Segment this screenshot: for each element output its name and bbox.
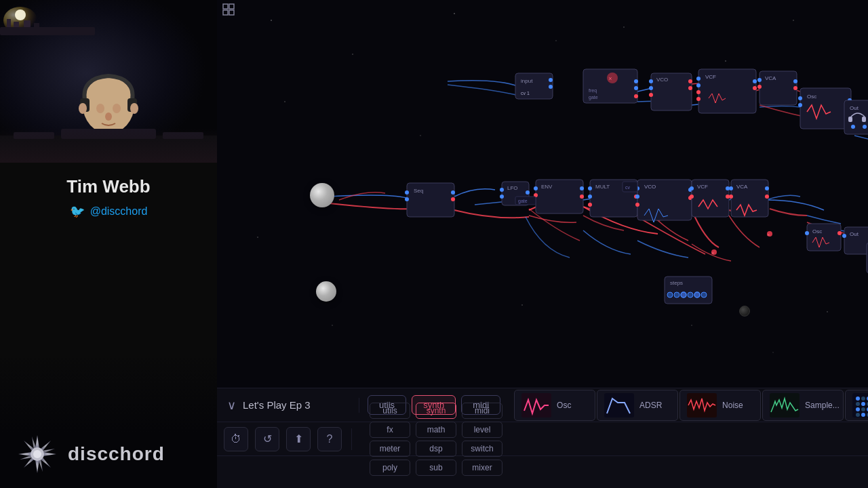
module-card-noise[interactable]: Noise [679, 390, 761, 421]
switch-btn-bottom[interactable]: switch [462, 441, 502, 457]
svg-point-137 [588, 195, 592, 199]
svg-rect-96 [848, 117, 852, 122]
svg-point-166 [842, 234, 846, 238]
orb-dark [739, 306, 750, 317]
svg-point-202 [861, 402, 865, 406]
collapse-button[interactable]: ∨ [227, 398, 236, 413]
svg-point-162 [805, 231, 809, 235]
module-card-sample[interactable]: Sample... [762, 390, 844, 421]
webcam-area [0, 0, 217, 163]
svg-point-150 [690, 186, 694, 190]
svg-point-67 [634, 94, 638, 98]
module-card-osc[interactable]: Osc [514, 390, 595, 421]
main-area: input cv 1 × freq gate VCO VCF [217, 0, 868, 488]
svg-point-82 [753, 86, 757, 90]
save-button[interactable]: ⬆ [286, 427, 311, 451]
svg-rect-6 [24, 20, 31, 27]
sub-btn-bottom[interactable]: sub [416, 460, 456, 476]
clock-button[interactable]: ⏱ [224, 427, 248, 451]
svg-point-209 [856, 413, 860, 417]
level-btn-bottom[interactable]: level [462, 422, 502, 438]
svg-point-205 [856, 407, 860, 411]
svg-point-197 [856, 396, 860, 401]
svg-point-158 [765, 186, 769, 190]
svg-text:Out: Out [850, 105, 859, 111]
svg-marker-25 [43, 452, 56, 456]
svg-point-198 [861, 396, 865, 401]
mixer-btn-bottom[interactable]: mixer [462, 460, 502, 476]
osc-label: Osc [557, 401, 571, 410]
midi-btn-bottom[interactable]: midi [462, 403, 502, 419]
svg-rect-37 [229, 4, 234, 9]
svg-text:Osc: Osc [807, 94, 816, 100]
grid-icon[interactable] [222, 3, 235, 18]
bottom-toolbar: ∨ Let's Play Ep 3 utils synth midi Osc [217, 388, 868, 488]
episode-title: Let's Play Ep 3 [243, 399, 311, 411]
svg-point-66 [634, 86, 638, 90]
svg-point-13 [96, 104, 104, 113]
svg-marker-27 [41, 458, 51, 468]
noise-icon [687, 393, 717, 418]
svg-text:Out: Out [850, 231, 859, 237]
dsp-btn-bottom[interactable]: dsp [416, 441, 456, 457]
svg-point-125 [500, 188, 504, 192]
svg-point-138 [588, 203, 592, 207]
svg-rect-5 [14, 22, 19, 27]
svg-point-127 [526, 190, 530, 195]
svg-point-77 [696, 77, 701, 81]
svg-point-126 [500, 195, 504, 199]
poly-btn-bottom[interactable]: poly [370, 460, 410, 476]
svg-text:freq: freq [589, 88, 597, 94]
orb-1[interactable] [310, 183, 334, 207]
osc-icon [521, 393, 551, 418]
svg-point-80 [696, 97, 701, 101]
svg-rect-193 [604, 393, 634, 418]
user-info: Tim Webb 🐦 @discchord [0, 163, 217, 226]
meter-btn-bottom[interactable]: meter [370, 441, 410, 457]
svg-point-145 [635, 203, 639, 207]
svg-text:VCO: VCO [644, 184, 656, 190]
svg-text:LFO: LFO [507, 185, 518, 191]
logo-container: discchord [17, 434, 165, 474]
svg-marker-22 [35, 435, 39, 449]
svg-text:×: × [711, 250, 715, 256]
help-button[interactable]: ? [317, 427, 342, 451]
module-cards: Osc ADSR Noise [509, 390, 868, 421]
svg-point-186 [694, 292, 700, 298]
svg-point-35 [33, 450, 41, 458]
toolbar-top-row: ∨ Let's Play Ep 3 utils synth midi Osc [217, 388, 868, 422]
math-btn-bottom[interactable]: math [416, 422, 456, 438]
svg-rect-4 [7, 19, 11, 27]
utils-btn-bottom[interactable]: utils [370, 403, 410, 419]
svg-rect-160 [807, 224, 841, 251]
node-canvas[interactable]: input cv 1 × freq gate VCO VCF [217, 0, 868, 388]
svg-marker-28 [41, 441, 51, 451]
svg-point-210 [861, 413, 865, 417]
svg-text:×: × [767, 232, 770, 238]
noise-label: Noise [722, 401, 743, 410]
fx-btn-bottom[interactable]: fx [370, 422, 410, 438]
svg-text:VCA: VCA [765, 75, 776, 81]
synth-btn-bottom[interactable]: synth [416, 403, 456, 419]
toolbar-title-area: ∨ Let's Play Ep 3 [217, 398, 359, 413]
svg-point-98 [851, 125, 855, 129]
svg-text:ENV: ENV [541, 184, 553, 190]
twitter-handle: @discchord [90, 205, 148, 218]
svg-text:VCA: VCA [736, 184, 748, 190]
svg-marker-24 [18, 452, 32, 456]
adsr-icon [604, 393, 634, 418]
svg-point-130 [534, 186, 538, 190]
svg-point-99 [863, 125, 867, 129]
svg-rect-196 [852, 393, 868, 418]
refresh-button[interactable]: ↺ [255, 427, 279, 451]
orb-2[interactable] [316, 281, 336, 302]
module-card-adsr[interactable]: ADSR [597, 390, 678, 421]
svg-marker-26 [24, 441, 34, 451]
svg-text:VCF: VCF [697, 184, 708, 190]
svg-point-156 [729, 186, 733, 190]
svg-rect-97 [862, 117, 866, 122]
svg-point-182 [667, 292, 673, 298]
module-card-seq16[interactable]: Seq16 [845, 390, 868, 421]
logo-area: discchord [0, 352, 217, 488]
svg-point-92 [798, 103, 802, 107]
